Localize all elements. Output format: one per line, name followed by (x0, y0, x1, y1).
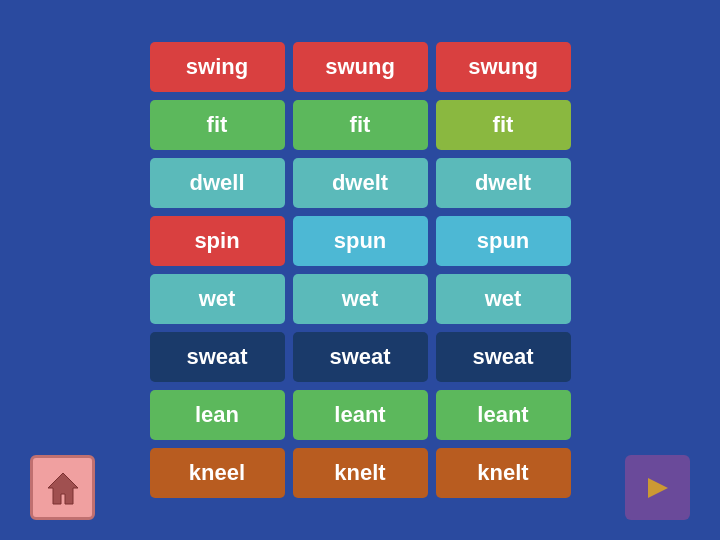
grid-cell-14[interactable]: wet (436, 274, 571, 324)
grid-cell-6[interactable]: dwell (150, 158, 285, 208)
grid-cell-1[interactable]: swung (293, 42, 428, 92)
grid-cell-21[interactable]: kneel (150, 448, 285, 498)
svg-marker-0 (48, 473, 78, 504)
grid-cell-7[interactable]: dwelt (293, 158, 428, 208)
grid-cell-3[interactable]: fit (150, 100, 285, 150)
grid-cell-13[interactable]: wet (293, 274, 428, 324)
home-icon (43, 468, 83, 508)
grid-cell-20[interactable]: leant (436, 390, 571, 440)
word-grid: swingswungswungfitfitfitdwelldweltdwelts… (150, 42, 571, 498)
grid-cell-0[interactable]: swing (150, 42, 285, 92)
grid-cell-9[interactable]: spin (150, 216, 285, 266)
grid-cell-17[interactable]: sweat (436, 332, 571, 382)
grid-cell-16[interactable]: sweat (293, 332, 428, 382)
grid-cell-2[interactable]: swung (436, 42, 571, 92)
svg-marker-1 (648, 478, 668, 498)
grid-cell-11[interactable]: spun (436, 216, 571, 266)
grid-cell-22[interactable]: knelt (293, 448, 428, 498)
grid-cell-23[interactable]: knelt (436, 448, 571, 498)
grid-cell-15[interactable]: sweat (150, 332, 285, 382)
grid-cell-10[interactable]: spun (293, 216, 428, 266)
grid-cell-12[interactable]: wet (150, 274, 285, 324)
grid-cell-4[interactable]: fit (293, 100, 428, 150)
next-icon (643, 473, 673, 503)
grid-cell-18[interactable]: lean (150, 390, 285, 440)
grid-cell-8[interactable]: dwelt (436, 158, 571, 208)
grid-cell-5[interactable]: fit (436, 100, 571, 150)
grid-cell-19[interactable]: leant (293, 390, 428, 440)
home-button[interactable] (30, 455, 95, 520)
next-button[interactable] (625, 455, 690, 520)
